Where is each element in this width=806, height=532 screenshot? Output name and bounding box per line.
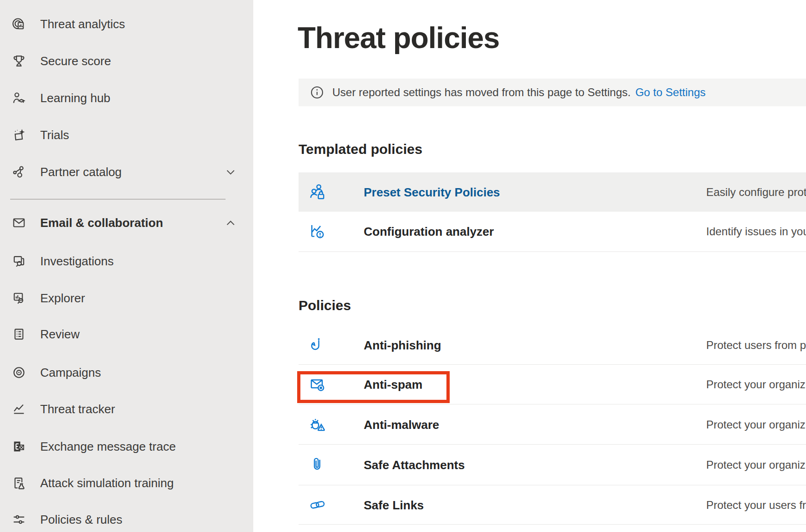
row-label: Preset Security Policies <box>364 185 500 199</box>
row-anti-malware[interactable]: Anti-malware Protect your organiz <box>299 405 806 445</box>
sidebar-item-label: Attack simulation training <box>40 476 174 490</box>
row-preset-security-policies[interactable]: Preset Security Policies Easily configur… <box>299 172 806 212</box>
sidebar-item-explorer[interactable]: Explorer <box>0 280 253 317</box>
sidebar-item-label: Secure score <box>40 54 111 68</box>
row-safe-attachments[interactable]: Safe Attachments Protect your organiz <box>299 445 806 485</box>
row-description: Protect your organiz <box>706 418 806 431</box>
sidebar-item-label: Threat analytics <box>40 17 125 31</box>
trials-icon <box>11 127 27 143</box>
campaigns-icon <box>11 365 27 380</box>
exchange-icon <box>11 439 27 454</box>
sidebar-item-label: Review <box>40 327 79 342</box>
attack-simulation-icon <box>11 475 27 491</box>
main-content: Threat policies User reported settings h… <box>253 0 806 532</box>
partner-catalog-icon <box>11 164 27 180</box>
chevron-up-icon[interactable] <box>225 217 237 229</box>
sidebar-item-investigations[interactable]: Investigations <box>0 243 253 280</box>
sidebar-item-exchange-message-trace[interactable]: Exchange message trace <box>0 428 253 465</box>
sidebar-divider <box>10 199 226 200</box>
sidebar-item-attack-simulation-training[interactable]: Attack simulation training <box>0 465 253 501</box>
sidebar-item-review[interactable]: Review <box>0 316 253 353</box>
page-title: Threat policies <box>298 19 500 56</box>
chart-alert-icon <box>308 221 328 242</box>
trophy-icon <box>11 53 27 69</box>
sidebar-item-campaigns[interactable]: Campaigns <box>0 354 253 391</box>
sidebar: Threat analytics Secure score <box>0 0 253 532</box>
sidebar-item-label: Explorer <box>40 291 85 306</box>
templated-policies-heading: Templated policies <box>299 140 422 159</box>
row-label: Anti-spam <box>364 378 422 392</box>
chain-links-icon <box>308 495 328 515</box>
sidebar-item-label: Trials <box>40 128 69 142</box>
sidebar-item-label: Learning hub <box>40 91 110 105</box>
envelope-block-icon <box>308 374 328 395</box>
row-label: Safe Links <box>364 498 424 512</box>
sidebar-item-label: Campaigns <box>40 366 101 380</box>
row-safe-links[interactable]: Safe Links Protect your users fr <box>299 486 806 525</box>
row-label: Configuration analyzer <box>364 225 494 239</box>
banner-text: User reported settings has moved from th… <box>332 86 631 99</box>
sidebar-item-label: Exchange message trace <box>40 440 176 454</box>
learning-hub-icon <box>11 90 27 106</box>
row-description: Identify issues in you <box>706 225 806 238</box>
policies-heading: Policies <box>299 296 351 315</box>
row-anti-phishing[interactable]: Anti-phishing Protect users from p <box>299 326 806 365</box>
row-description: Easily configure prot <box>706 186 806 199</box>
sidebar-item-label: Threat tracker <box>40 402 115 416</box>
sidebar-item-threat-tracker[interactable]: Threat tracker <box>0 391 253 428</box>
sidebar-item-label: Investigations <box>40 254 114 269</box>
threat-analytics-icon <box>11 16 27 32</box>
mail-icon <box>11 215 27 231</box>
row-description: Protect your users fr <box>706 499 806 512</box>
row-label: Anti-malware <box>364 417 439 432</box>
row-description: Protect your organiz <box>706 459 806 471</box>
sidebar-item-label: Partner catalog <box>40 165 122 179</box>
investigations-icon <box>11 253 27 269</box>
sidebar-item-partner-catalog[interactable]: Partner catalog <box>0 153 253 190</box>
go-to-settings-link[interactable]: Go to Settings <box>635 86 706 99</box>
sidebar-item-learning-hub[interactable]: Learning hub <box>0 79 253 116</box>
row-label: Anti-phishing <box>364 338 441 352</box>
sidebar-item-label: Policies & rules <box>40 513 122 527</box>
row-label: Safe Attachments <box>364 458 465 472</box>
sidebar-item-secure-score[interactable]: Secure score <box>0 43 253 79</box>
chevron-down-icon[interactable] <box>225 166 237 178</box>
fish-hook-icon <box>308 335 328 355</box>
row-description: Protect users from p <box>706 339 806 352</box>
people-lock-icon <box>308 182 328 202</box>
explorer-icon <box>11 290 27 306</box>
paperclip-icon <box>308 455 328 475</box>
sidebar-item-label: Email & collaboration <box>40 216 163 230</box>
sidebar-item-email-collaboration[interactable]: Email & collaboration <box>0 204 253 241</box>
info-icon <box>310 85 324 100</box>
row-configuration-analyzer[interactable]: Configuration analyzer Identify issues i… <box>299 212 806 252</box>
row-description: Protect your organiz <box>706 378 806 391</box>
sidebar-item-policies-rules[interactable]: Policies & rules <box>0 501 253 532</box>
threat-tracker-icon <box>11 401 27 417</box>
sidebar-item-trials[interactable]: Trials <box>0 116 253 153</box>
bug-warning-icon <box>308 415 328 435</box>
info-banner: User reported settings has moved from th… <box>299 79 806 106</box>
policies-rules-icon <box>11 512 27 527</box>
defender-portal-screen: Threat analytics Secure score <box>0 0 806 532</box>
row-anti-spam[interactable]: Anti-spam Protect your organiz <box>299 365 806 404</box>
sidebar-item-threat-analytics[interactable]: Threat analytics <box>0 6 253 43</box>
review-icon <box>11 326 27 342</box>
